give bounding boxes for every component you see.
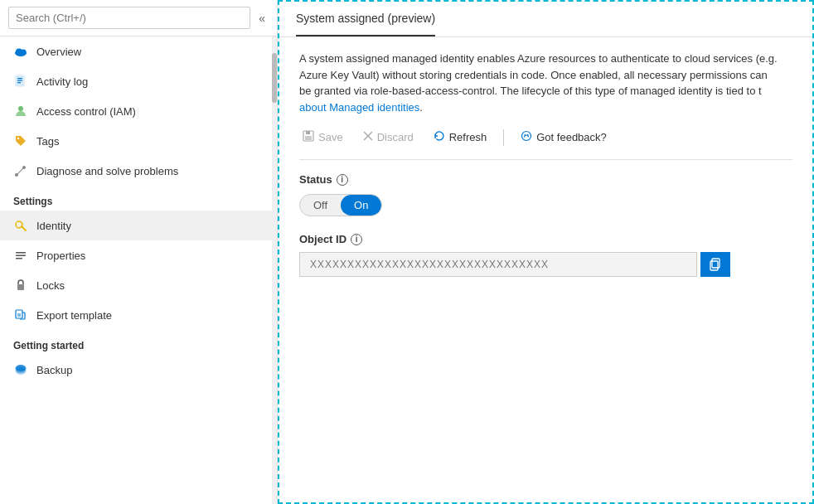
getting-started-section-label: Getting started: [0, 330, 272, 355]
sidebar-item-tags[interactable]: Tags: [0, 126, 272, 156]
sidebar-item-locks-label: Locks: [36, 279, 65, 292]
svg-rect-10: [16, 252, 26, 254]
toggle-off-option[interactable]: Off: [300, 195, 341, 216]
feedback-label: Got feedback?: [536, 131, 607, 143]
settings-section-label: Settings: [0, 186, 272, 211]
sidebar-item-identity-label: Identity: [36, 220, 71, 232]
save-label: Save: [318, 131, 343, 143]
description-link-suffix: .: [419, 101, 423, 114]
status-section: Status i Off On: [299, 173, 792, 216]
object-id-label: Object ID i: [299, 233, 792, 245]
tab-bar: System assigned (preview): [279, 2, 812, 37]
object-id-info-icon[interactable]: i: [351, 234, 362, 245]
sidebar-item-backup-label: Backup: [36, 364, 72, 376]
sidebar-scroll: Overview Activity log: [0, 36, 272, 504]
sidebar-item-activity-log[interactable]: Activity log: [0, 66, 272, 96]
svg-point-24: [527, 134, 528, 135]
doc-icon: [13, 74, 28, 89]
save-icon: [303, 130, 314, 144]
sidebar-item-identity[interactable]: Identity: [0, 211, 272, 240]
toggle-container: Off On: [299, 194, 792, 216]
sidebar-item-activity-log-label: Activity log: [36, 75, 88, 88]
object-id-input[interactable]: [299, 252, 697, 277]
sidebar-item-properties[interactable]: Properties: [0, 240, 272, 270]
discard-icon: [363, 131, 373, 143]
discard-label: Discard: [377, 131, 414, 143]
sidebar-item-access-control[interactable]: Access control (IAM): [0, 96, 272, 126]
status-label: Status: [299, 173, 332, 186]
toolbar-divider: [503, 129, 504, 146]
svg-rect-12: [16, 258, 22, 259]
refresh-button[interactable]: Refresh: [430, 128, 491, 146]
sidebar-item-backup[interactable]: Backup: [0, 355, 272, 385]
svg-point-8: [17, 138, 19, 139]
toolbar: Save Discard Refresh: [299, 128, 792, 160]
tab-system-assigned[interactable]: System assigned (preview): [296, 2, 435, 36]
search-bar: «: [0, 0, 277, 36]
refresh-label: Refresh: [449, 131, 487, 143]
managed-identities-link[interactable]: about Managed identities: [299, 101, 419, 114]
lock-icon: [13, 278, 28, 293]
object-id-row: [299, 252, 792, 277]
description-text: A system assigned managed identity enabl…: [299, 51, 780, 115]
svg-point-23: [525, 134, 526, 135]
toggle-on-option[interactable]: On: [341, 195, 381, 216]
sidebar-item-diagnose[interactable]: Diagnose and solve problems: [0, 156, 272, 186]
wrench-icon: [13, 163, 28, 178]
save-button[interactable]: Save: [299, 128, 346, 146]
sidebar-item-properties-label: Properties: [36, 250, 85, 262]
sidebar-item-diagnose-label: Diagnose and solve problems: [36, 165, 178, 177]
svg-point-2: [21, 50, 27, 55]
main-content: System assigned (preview) A system assig…: [278, 0, 814, 504]
sidebar-item-export-template[interactable]: Export template: [0, 300, 272, 330]
svg-rect-5: [17, 80, 22, 81]
svg-point-17: [16, 366, 26, 371]
sidebar-item-export-label: Export template: [36, 309, 112, 322]
tag-icon: [13, 133, 28, 148]
backup-icon: [13, 362, 28, 377]
collapse-button[interactable]: «: [255, 8, 269, 28]
cloud-icon: [13, 44, 28, 59]
svg-rect-19: [306, 131, 310, 134]
svg-rect-13: [17, 284, 24, 290]
sidebar-item-tags-label: Tags: [36, 135, 59, 148]
discard-button[interactable]: Discard: [360, 129, 417, 145]
object-id-section: Object ID i: [299, 233, 792, 277]
sidebar-item-locks[interactable]: Locks: [0, 270, 272, 300]
svg-rect-25: [712, 259, 720, 268]
copy-button[interactable]: [700, 252, 730, 277]
feedback-button[interactable]: Got feedback?: [517, 128, 610, 146]
status-toggle[interactable]: Off On: [299, 194, 382, 216]
feedback-icon: [521, 130, 532, 144]
sidebar-item-iam-label: Access control (IAM): [36, 105, 136, 118]
status-title: Status i: [299, 173, 792, 186]
svg-rect-20: [305, 136, 312, 140]
properties-icon: [13, 248, 28, 263]
sidebar-scrolltrack: [272, 36, 277, 504]
main-body: A system assigned managed identity enabl…: [279, 37, 812, 502]
refresh-icon: [434, 130, 445, 144]
object-id-label-text: Object ID: [299, 233, 346, 245]
key-icon: [13, 218, 28, 233]
svg-point-7: [18, 106, 23, 111]
svg-rect-6: [17, 82, 21, 83]
sidebar: « Overview: [0, 0, 278, 504]
svg-rect-11: [16, 255, 26, 257]
svg-rect-26: [710, 261, 718, 270]
svg-rect-4: [17, 78, 22, 79]
iam-icon: [13, 104, 28, 119]
sidebar-scrollthumb[interactable]: [272, 53, 277, 103]
sidebar-item-overview-label: Overview: [36, 46, 81, 58]
copy-icon: [709, 258, 722, 271]
sidebar-item-overview[interactable]: Overview: [0, 36, 272, 66]
search-input[interactable]: [8, 7, 250, 29]
status-info-icon[interactable]: i: [337, 174, 348, 186]
export-icon: [13, 308, 28, 322]
